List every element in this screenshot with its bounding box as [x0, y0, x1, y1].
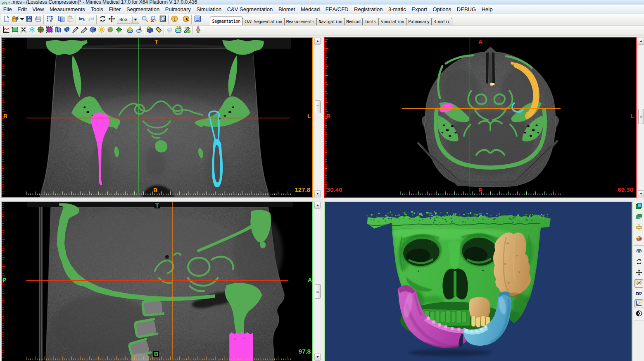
axial-scrollbar-down-button[interactable] [638, 190, 644, 197]
save-project-button[interactable] [24, 15, 33, 24]
axial-scrollbar-up-button[interactable] [638, 38, 644, 45]
tab-tools[interactable]: Tools [362, 18, 379, 25]
paste-button[interactable] [66, 15, 75, 24]
menu-segmentation[interactable]: Segmentation [124, 5, 162, 14]
cavity-fill-disabled-button[interactable] [165, 26, 174, 35]
eye-button[interactable] [634, 247, 643, 256]
zoom-button[interactable] [140, 15, 149, 24]
menu-help[interactable]: Help [479, 5, 495, 14]
sagittal-scrollbar-thumb[interactable] [315, 284, 321, 299]
menu-biomet[interactable]: Biomet [276, 5, 298, 14]
menu-3-matic[interactable]: 3-matic [385, 5, 409, 14]
edit-mask-3d-button[interactable] [88, 26, 97, 35]
arrow-up-icon [316, 203, 319, 206]
undo-button[interactable] [77, 15, 86, 24]
menu-export[interactable]: Export [409, 5, 430, 14]
edit-3d-button[interactable]: 3D [183, 26, 191, 35]
color-pyramid-button[interactable] [634, 234, 643, 243]
pan-button[interactable] [107, 15, 116, 24]
menu-file[interactable]: File [0, 5, 15, 14]
tab-measurements[interactable]: Measurements [284, 18, 317, 25]
smart-brighten-button[interactable] [97, 26, 106, 35]
label-tag-button[interactable] [154, 26, 163, 35]
tab-3-matic[interactable]: 3-matic [431, 18, 452, 25]
viewport-sagittal[interactable]: TPAB97.8 [1, 201, 313, 361]
unzoom-button[interactable] [149, 15, 158, 24]
tab-segmentation[interactable]: Segmentation [210, 17, 242, 25]
menu-fea-cfd[interactable]: FEA/CFD [323, 5, 351, 14]
invert-contrast-button[interactable] [634, 310, 643, 318]
draw-profile-line-button[interactable] [71, 26, 80, 35]
project-panel-button[interactable] [193, 15, 202, 24]
coronal-scrollbar-thumb[interactable] [315, 100, 321, 113]
contrast-windowing-button[interactable] [634, 299, 643, 308]
axial-scrollbar-thumb[interactable] [638, 109, 644, 124]
draw-polyline-icon [81, 26, 88, 35]
coronal-scrollbar[interactable] [314, 37, 321, 198]
zoom-rectangle-button[interactable] [158, 15, 167, 24]
region-growing-button[interactable] [19, 26, 28, 35]
indicate-slices-button[interactable] [634, 279, 643, 288]
smooth-mask-button[interactable] [106, 26, 114, 35]
info-button[interactable] [170, 15, 179, 24]
tab-cv-segmentation[interactable]: C&V Segmentation [242, 18, 284, 25]
axes-cross-button[interactable] [634, 224, 643, 232]
menu-registration[interactable]: Registration [351, 5, 385, 14]
rotate-3d-button[interactable] [634, 258, 643, 267]
menu-medcad[interactable]: Medcad [298, 5, 323, 14]
tab-medcad[interactable]: Medcad [344, 18, 363, 25]
view-cube-button[interactable] [634, 213, 643, 222]
new-document-button[interactable] [2, 15, 11, 24]
menu-simulation[interactable]: Simulation [194, 5, 224, 14]
viewport-3d[interactable] [324, 201, 632, 361]
zoom-mode-combobox[interactable]: Box [117, 16, 139, 24]
menu-edit[interactable]: Edit [15, 5, 30, 14]
menu-filter[interactable]: Filter [106, 5, 124, 14]
print-button[interactable] [33, 15, 43, 24]
project-management-button[interactable] [45, 15, 54, 24]
sagittal-scrollbar-up-button[interactable] [314, 202, 321, 209]
eye-icon [636, 248, 642, 256]
anatomy-figure-button[interactable] [194, 26, 202, 35]
viewport-axial[interactable]: ARLP30.4069.30 [324, 37, 637, 198]
thresholding-button[interactable] [2, 26, 10, 35]
menu-measurements[interactable]: Measurements [47, 5, 88, 14]
mask-stack-button[interactable] [126, 26, 134, 35]
menu-debug[interactable]: DEBUG [454, 5, 479, 14]
zoom-mode-dropdown[interactable] [132, 17, 138, 23]
tab-pulmonary[interactable]: Pulmonary [406, 18, 432, 25]
context-help-button[interactable] [181, 15, 190, 24]
open-project-dropdown[interactable] [20, 15, 24, 24]
menu-pulmonary[interactable]: Pulmonary [162, 5, 194, 14]
calculate-3d-button[interactable] [36, 26, 45, 35]
cavity-fill-button[interactable] [62, 26, 71, 35]
dynamic-region-growing-button[interactable] [28, 26, 36, 35]
view-layouts-button[interactable] [634, 202, 643, 211]
coronal-slice-position: 127.8 [295, 186, 310, 193]
calculate-3d-mask-button[interactable]: 3D [174, 26, 183, 35]
menu-cv-segmentation[interactable]: C&V Segmentation [224, 5, 276, 14]
redo-button[interactable] [86, 15, 95, 24]
menu-view[interactable]: View [30, 5, 47, 14]
menu-tools[interactable]: Tools [88, 5, 106, 14]
edit-masks-button[interactable] [45, 26, 54, 35]
coronal-scrollbar-down-button[interactable] [314, 190, 321, 197]
shrink-expand-button[interactable] [114, 26, 123, 35]
copy-button[interactable] [57, 15, 66, 24]
pan-3d-button[interactable] [634, 269, 643, 277]
menu-options[interactable]: Options [430, 5, 454, 14]
tab-navigation[interactable]: Navigation [316, 18, 345, 25]
sagittal-scrollbar-down-button[interactable] [314, 354, 321, 361]
position-disk-button[interactable] [134, 26, 143, 35]
draw-polyline-button[interactable] [80, 26, 88, 35]
sagittal-scrollbar[interactable] [314, 201, 321, 361]
crop-mask-button[interactable] [10, 26, 19, 35]
tab-simulation[interactable]: Simulation [378, 18, 406, 25]
coronal-scrollbar-up-button[interactable] [314, 38, 321, 45]
axial-scrollbar[interactable] [637, 37, 644, 198]
rotate-button[interactable] [98, 15, 107, 24]
viewport-coronal[interactable]: TRLB127.8 [1, 37, 313, 198]
stereo-glasses-button[interactable] [634, 290, 643, 299]
multiple-slice-edit-button[interactable] [54, 26, 62, 35]
calculate-part-button[interactable] [145, 26, 154, 35]
